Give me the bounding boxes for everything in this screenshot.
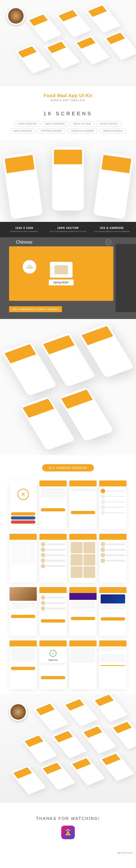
done-button [41,676,65,679]
iso-phone-mockup [92,694,128,722]
iso-phone-mockup [74,35,110,65]
screen-welcome [9,480,37,529]
feature-desc: RETINA READY & WELL ORGANIZED [4,230,44,233]
screen-payment [99,587,127,636]
iso-phone-mockup [63,697,98,727]
phone-mockup-left [2,152,43,219]
feature-pill: GRID & LIST VIEW [70,121,94,126]
feature-col: 100% VECTOR FULLY CUSTOMIZABLE LAYERS & … [46,226,90,233]
screen-detail [9,587,37,636]
editor-canvas: FROM 2.25$ Spring Rolls* [9,246,113,301]
iso-phone-mockup [44,40,80,69]
screen-list-2 [99,534,127,583]
phone-mockup-right [93,152,134,219]
product-subtitle: MOBILE APP TEMPLATE [4,99,132,102]
screen-shipping [69,587,97,636]
iso-phone-mockup [26,12,62,42]
screen-login [69,480,97,529]
screen-list [39,534,67,583]
screens-row: ✓ Thank You! [7,641,129,689]
feature-pills-row: LOGIN & REGISTER MENU & CATEGORY GRID & … [0,121,136,140]
signin-button [11,512,35,516]
screen-invoice [99,641,127,689]
screen-thankyou: ✓ Thank You! [39,641,67,689]
feature-heading: 100% VECTOR [48,226,88,229]
dark-feature-strip: 1242 X 2208 RETINA READY & WELL ORGANIZE… [0,222,136,237]
iso-phone-mockup [51,729,87,758]
screens-count: 16 SCREENS [0,111,136,117]
feature-col: 1242 X 2208 RETINA READY & WELL ORGANIZE… [2,226,46,233]
screen-register [39,480,67,529]
login-button [71,511,95,514]
price-tag: FROM 2.25$ [23,260,36,274]
food-item-name: Spring Rolls* [49,279,73,285]
iso-phone-mockup [85,3,121,33]
thanks-text: THANKS FOR WATCHING! [0,816,136,821]
continue-button [71,617,95,620]
feature-pill: LISTING & DETAILS [96,121,122,126]
logo-icon [18,489,29,500]
food-hero-image [9,587,37,601]
screens-count-text: 16 SCREENS [0,111,136,117]
google-button [11,521,35,524]
iso-phone-mockup [99,752,135,781]
facebook-button [11,516,35,520]
feature-pill: ORDER'S & INVOICE [100,128,126,133]
price-value: 2.25$ [26,266,33,269]
thanks-section: THANKS FOR WATCHING! 👨‍🚀 云瑞 YRUCD.COM [0,803,136,857]
thankyou-title: Thank You! [41,659,65,661]
feature-desc: YOU CAN USE SAME FILE FOR IOS & ANDROID [92,230,132,233]
menu-icon [101,505,105,509]
feature-pill: SHIPPING & PAYMENT [37,128,66,133]
product-title: Food Mad App UI Kit [4,93,132,98]
iso-phone-mockup [10,765,46,795]
confirm-button [11,667,35,670]
bottom-isometric-mockup [0,694,136,803]
credit-card-icon [101,594,125,603]
iso-phone-mockup [81,724,116,754]
editor-layers-mockup: Chinese 2 FROM 2.25$ Spring Rolls* WELL … [0,237,136,319]
phone-mockup-center [52,147,84,211]
menu-icon [101,500,105,504]
title-block: Food Mad App UI Kit MOBILE APP TEMPLATE [0,86,136,106]
iso-phone-mockup [15,44,51,74]
astronaut-app-icon: 👨‍🚀 [61,826,75,839]
latte-art-badge [9,703,27,721]
screen-grid [69,534,97,583]
screen-summary [9,641,37,689]
add-to-cart-button [11,615,35,618]
cart-count: 2 [108,241,109,243]
feature-pill: LOGIN & REGISTER [14,121,40,126]
all-screens-header: ALL SCREENS DESIGNS [0,455,136,480]
latte-art-badge [7,7,25,25]
cart-icon: 2 [106,240,111,245]
screens-row [7,534,129,583]
astronaut-emoji: 👨‍🚀 [65,829,71,836]
screen-cart [39,587,67,636]
iso-phone-mockup [40,761,76,790]
success-check-icon: ✓ [49,650,57,657]
menu-icon [101,489,105,493]
layers-panel [115,244,136,312]
hero-isometric-mockup [0,0,136,86]
iso-phone-mockup [33,702,69,731]
feature-heading: 1242 X 2208 [4,226,44,229]
iso-phone-mockup [56,8,92,37]
feature-desc: FULLY CUSTOMIZABLE LAYERS & EASY TO EDIT [48,230,88,233]
screen-categories [9,534,37,583]
screen-orders [69,641,97,689]
menu-icon [101,494,105,499]
screens-row [7,587,129,636]
watermark: 云瑞 YRUCD.COM [115,851,134,855]
pay-button [101,617,125,620]
iso-phone-mockup [22,734,58,763]
screen-menu [99,480,127,529]
food-item-image [50,262,72,278]
feature-pill: MENU & CATEGORY [42,121,68,126]
iso-phone-mockup [69,756,105,786]
register-button [41,508,65,512]
menu-icon [101,510,105,515]
screens-grid: ✓ Thank You! [0,480,136,689]
feature-heading: IOS & ANDROID [92,226,132,229]
feature-pill: COMPLETE & SUMMARY [68,128,98,133]
